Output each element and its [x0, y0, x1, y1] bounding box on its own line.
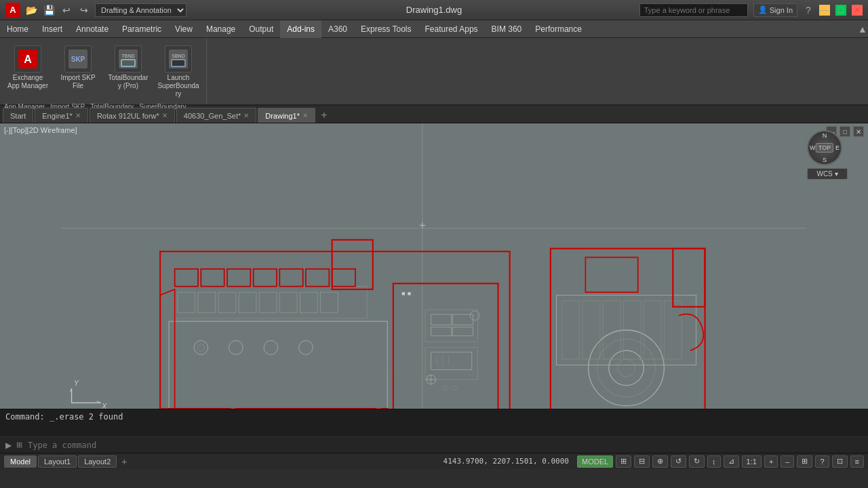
- coordinates-display: 4143.9700, 2207.1501, 0.0000: [443, 457, 569, 466]
- close-button[interactable]: ✕: [852, 5, 863, 16]
- app-logo[interactable]: A: [5, 3, 20, 18]
- workspace-selector[interactable]: Drafting & Annotation 3D Modeling AutoCA…: [95, 3, 186, 17]
- ducs-button[interactable]: ⊿: [724, 455, 739, 468]
- ribbon-group-app-manager: A Exchange App Manager SKP Import SKP Fi…: [0, 38, 207, 104]
- title-bar-title: Drawing1.dwg: [406, 5, 462, 15]
- ribbon-btn-superboundary[interactable]: SBND Launch SuperBoundary: [155, 43, 202, 100]
- viewport[interactable]: [-][Top][2D Wireframe] — □ ✕ N S E W TOP…: [0, 123, 868, 409]
- menu-annotate[interactable]: Annotate: [69, 20, 115, 38]
- tab-engine1[interactable]: Engine1* ✕: [35, 108, 88, 123]
- maximize-button[interactable]: □: [835, 5, 846, 16]
- help-status-button[interactable]: ?: [815, 455, 829, 468]
- status-right: 4143.9700, 2207.1501, 0.0000 MODEL ⊞ ⊟ ⊕…: [443, 455, 864, 468]
- top-view-button[interactable]: TOP: [816, 143, 833, 152]
- svg-text:A: A: [24, 54, 32, 65]
- ribbon: A Exchange App Manager SKP Import SKP Fi…: [0, 38, 868, 106]
- svg-rect-9: [172, 60, 185, 66]
- layout-tab-layout1[interactable]: Layout1: [38, 455, 77, 468]
- menu-view[interactable]: View: [168, 20, 199, 38]
- import-skp-icon: SKP: [64, 45, 92, 73]
- command-input[interactable]: [28, 441, 865, 450]
- menu-a360[interactable]: A360: [321, 20, 354, 38]
- layout-add-button[interactable]: +: [118, 455, 130, 468]
- menu-addins[interactable]: Add-ins: [280, 20, 321, 38]
- ribbon-toggle[interactable]: ▲: [857, 24, 868, 35]
- menu-express-tools[interactable]: Express Tools: [354, 20, 418, 38]
- superboundary-icon: SBND: [165, 45, 192, 73]
- menu-parametric[interactable]: Parametric: [115, 20, 168, 38]
- tabs-row: Start Engine1* ✕ Rotax 912UL forw* ✕ 406…: [0, 106, 868, 123]
- menu-bim360[interactable]: BIM 360: [485, 20, 529, 38]
- exchange-icon: A: [14, 45, 41, 73]
- svg-text:TBND: TBND: [121, 54, 134, 58]
- ribbon-btn-totalboundary[interactable]: TBND TotalBoundary (Pro): [104, 43, 152, 92]
- grid-button[interactable]: ⊞: [616, 455, 631, 468]
- svg-text:Y: Y: [74, 380, 79, 387]
- svg-text:X: X: [101, 403, 107, 409]
- drawing-canvas: Y X: [0, 123, 868, 409]
- polar-button[interactable]: ↺: [671, 455, 686, 468]
- zoom-in-button[interactable]: +: [764, 455, 778, 468]
- zoom-out-button[interactable]: –: [781, 455, 794, 468]
- user-icon: 👤: [758, 5, 768, 14]
- compass-north: N: [823, 132, 827, 139]
- lineweight-button[interactable]: 1:1: [742, 455, 762, 468]
- menu-performance[interactable]: Performance: [528, 20, 589, 38]
- totalboundary-icon: TBND: [115, 45, 142, 73]
- cmd-label: ⊞: [16, 441, 22, 449]
- minimize-button[interactable]: —: [819, 5, 830, 16]
- command-area: Command: _.erase 2 found ▶ ⊞: [0, 409, 868, 453]
- layout-tab-layout2[interactable]: Layout2: [78, 455, 117, 468]
- nav-compass: N S E W TOP WCS ▾: [807, 130, 848, 180]
- svg-text:SKP: SKP: [71, 56, 85, 63]
- tab-close-gen-set[interactable]: ✕: [243, 112, 249, 119]
- settings-button[interactable]: ≡: [850, 455, 864, 468]
- sign-in-button[interactable]: 👤 Sign In: [753, 3, 797, 17]
- snap-button[interactable]: ⊟: [634, 455, 650, 468]
- menu-featured-apps[interactable]: Featured Apps: [418, 20, 485, 38]
- search-input[interactable]: [639, 3, 748, 17]
- toolbar-button[interactable]: ⊞: [797, 455, 812, 468]
- tab-gen-set[interactable]: 40630_Gen_Set* ✕: [176, 108, 256, 123]
- ribbon-btn-import-skp[interactable]: SKP Import SKP File: [54, 43, 102, 92]
- command-input-row: ▶ ⊞: [0, 436, 868, 453]
- otrack-button[interactable]: ↕: [707, 455, 721, 468]
- compass-east: E: [835, 144, 840, 151]
- model-space-button[interactable]: MODEL: [577, 455, 613, 468]
- quick-access-save[interactable]: 💾: [42, 3, 56, 17]
- quick-access-redo[interactable]: ↪: [77, 3, 91, 17]
- tab-close-rotax[interactable]: ✕: [162, 112, 167, 119]
- menu-insert[interactable]: Insert: [35, 20, 69, 38]
- tab-start[interactable]: Start: [3, 108, 33, 123]
- vp-close[interactable]: ✕: [853, 126, 864, 137]
- menu-manage[interactable]: Manage: [199, 20, 242, 38]
- ribbon-buttons-app-manager: A Exchange App Manager SKP Import SKP Fi…: [4, 41, 202, 100]
- compass-west: W: [810, 144, 816, 151]
- tab-rotax[interactable]: Rotax 912UL forw* ✕: [90, 108, 175, 123]
- totalboundary-label: TotalBoundary (Pro): [107, 74, 149, 90]
- quick-access-open[interactable]: 📂: [24, 3, 38, 17]
- svg-text:SBND: SBND: [172, 54, 184, 58]
- quick-access-undo[interactable]: ↩: [60, 3, 73, 17]
- compass-circle[interactable]: N S E W TOP: [807, 130, 842, 165]
- tab-close-drawing1[interactable]: ✕: [302, 112, 308, 119]
- title-bar: A 📂 💾 ↩ ↪ Drafting & Annotation 3D Model…: [0, 0, 868, 20]
- title-bar-right: 👤 Sign In ? — □ ✕: [639, 3, 863, 17]
- help-button[interactable]: ?: [803, 5, 814, 16]
- superboundary-label: Launch SuperBoundary: [157, 74, 199, 98]
- tab-add-button[interactable]: +: [317, 108, 332, 123]
- tab-close-engine1[interactable]: ✕: [75, 112, 81, 119]
- osnap-button[interactable]: ↻: [689, 455, 705, 468]
- svg-rect-10: [61, 123, 807, 409]
- ortho-button[interactable]: ⊕: [652, 455, 668, 468]
- svg-rect-44: [402, 292, 405, 295]
- fullscreen-button[interactable]: ⊡: [832, 455, 848, 468]
- wcs-button[interactable]: WCS ▾: [807, 168, 848, 180]
- viewport-label: [-][Top][2D Wireframe]: [4, 126, 77, 134]
- layout-tab-model[interactable]: Model: [4, 455, 37, 468]
- layout-tabs: Model Layout1 Layout2 +: [4, 455, 130, 468]
- tab-drawing1[interactable]: Drawing1* ✕: [258, 108, 315, 123]
- menu-home[interactable]: Home: [0, 20, 35, 38]
- ribbon-btn-exchange[interactable]: A Exchange App Manager: [4, 43, 52, 92]
- menu-output[interactable]: Output: [242, 20, 280, 38]
